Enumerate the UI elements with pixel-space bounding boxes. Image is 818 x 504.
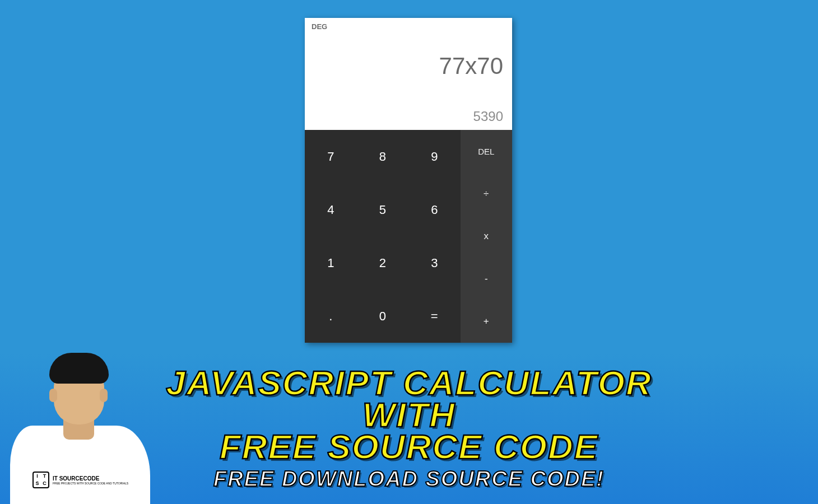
key-4[interactable]: 4 (305, 183, 357, 236)
calculator-display: DEG 77x70 5390 (305, 18, 512, 130)
number-pad: 7 8 9 4 5 6 1 2 3 . 0 = (305, 130, 461, 343)
operator-column: DEL ÷ x - + (461, 130, 513, 343)
key-8[interactable]: 8 (357, 130, 409, 183)
logo-brand: IT SOURCECODE (53, 475, 128, 482)
key-equals[interactable]: = (408, 290, 461, 343)
key-0[interactable]: 0 (357, 290, 409, 343)
result-display: 5390 (473, 109, 503, 124)
host-portrait: I T S C IT SOURCECODE FREE PROJECTS WITH… (10, 353, 150, 504)
angle-mode-label[interactable]: DEG (312, 22, 505, 31)
key-1[interactable]: 1 (305, 236, 357, 290)
calculator-keypad: 7 8 9 4 5 6 1 2 3 . 0 = DEL ÷ x - + (305, 130, 512, 343)
key-7[interactable]: 7 (305, 130, 357, 183)
key-6[interactable]: 6 (408, 183, 461, 236)
logo-mark-icon: I T S C (32, 472, 49, 488)
key-delete[interactable]: DEL (461, 130, 513, 172)
logo-it-i: I (34, 473, 41, 480)
logo-it-t: T (41, 473, 48, 480)
key-2[interactable]: 2 (357, 236, 409, 290)
logo-sc-c: C (41, 480, 48, 487)
host-ear-left (49, 389, 57, 402)
key-divide[interactable]: ÷ (461, 172, 513, 215)
key-subtract[interactable]: - (461, 258, 513, 300)
expression-display: 77x70 (439, 53, 503, 80)
key-decimal[interactable]: . (305, 290, 357, 343)
logo-text-block: IT SOURCECODE FREE PROJECTS WITH SOURCE … (53, 475, 128, 485)
key-add[interactable]: + (461, 300, 513, 343)
logo-tagline: FREE PROJECTS WITH SOURCE CODE AND TUTOR… (53, 482, 128, 485)
key-9[interactable]: 9 (408, 130, 461, 183)
key-multiply[interactable]: x (461, 215, 513, 258)
key-5[interactable]: 5 (357, 183, 409, 236)
calculator-panel: DEG 77x70 5390 7 8 9 4 5 6 1 2 3 . 0 = D… (305, 18, 512, 343)
key-3[interactable]: 3 (408, 236, 461, 290)
shirt-logo: I T S C IT SOURCECODE FREE PROJECTS WITH… (32, 472, 128, 488)
host-hair (49, 353, 109, 384)
host-ear-right (100, 389, 108, 402)
logo-sc-s: S (34, 480, 41, 487)
